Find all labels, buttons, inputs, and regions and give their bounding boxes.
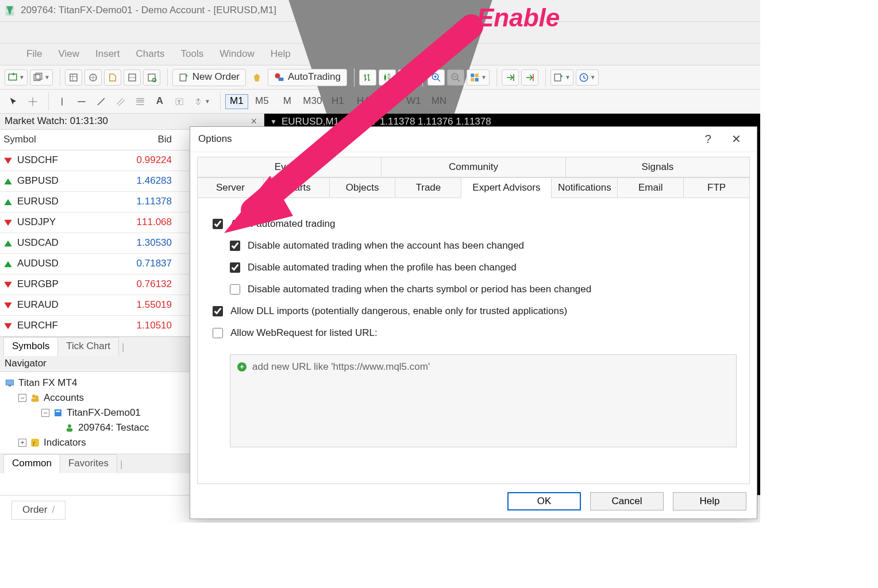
- periodicity-icon[interactable]: ▼: [576, 69, 599, 86]
- dialog-buttons: OK Cancel Help: [190, 484, 757, 519]
- vline-icon[interactable]: [53, 94, 71, 110]
- arrow-down-icon: [3, 322, 13, 331]
- opt-disable-symbol[interactable]: Disable automated trading when the chart…: [210, 278, 737, 300]
- expand-icon[interactable]: +: [18, 439, 26, 447]
- svg-rect-18: [475, 78, 479, 81]
- tab-events[interactable]: Events: [197, 157, 382, 177]
- line-chart-icon[interactable]: [398, 69, 415, 86]
- indicators-list-icon[interactable]: ▼: [550, 69, 573, 86]
- svg-rect-17: [471, 78, 474, 81]
- tf-mn[interactable]: MN: [428, 94, 450, 109]
- mw-col-symbol[interactable]: Symbol: [3, 133, 109, 146]
- add-url-icon[interactable]: +: [237, 362, 247, 372]
- new-order-label: New Order: [192, 71, 240, 83]
- zoom-out-icon[interactable]: [447, 69, 464, 86]
- cursor-icon[interactable]: [5, 94, 22, 110]
- tf-m30[interactable]: M30: [301, 94, 324, 109]
- dialog-close-icon[interactable]: ✕: [723, 131, 749, 146]
- tf-m[interactable]: M: [276, 94, 299, 109]
- strategytester-icon[interactable]: [143, 69, 160, 86]
- tile-windows-icon[interactable]: ▼: [467, 69, 490, 86]
- mw-bid: 1.46283: [109, 175, 178, 187]
- tab-expert-advisors[interactable]: Expert Advisors: [461, 177, 552, 198]
- zoom-in-icon[interactable]: [428, 69, 445, 86]
- opt-disable-profile-checkbox[interactable]: [230, 262, 240, 273]
- menu-tools[interactable]: Tools: [181, 48, 204, 60]
- nav-indicators-label: Indicators: [44, 436, 86, 449]
- new-order-button[interactable]: New Order: [172, 69, 246, 86]
- tf-m5[interactable]: M5: [251, 94, 274, 109]
- bar-chart-icon[interactable]: [359, 69, 376, 86]
- opt-disable-account-checkbox[interactable]: [230, 241, 240, 251]
- mw-col-bid[interactable]: Bid: [109, 133, 178, 146]
- tf-w1[interactable]: W1: [402, 94, 425, 109]
- tab-signals[interactable]: Signals: [565, 157, 750, 177]
- terminal-icon[interactable]: [124, 69, 141, 86]
- ok-button[interactable]: OK: [507, 492, 581, 510]
- tf-h1[interactable]: H1: [326, 94, 349, 109]
- mw-symbol: EURGBP: [17, 278, 59, 291]
- tf-h4[interactable]: H4: [352, 94, 375, 109]
- cancel-button[interactable]: Cancel: [590, 492, 664, 510]
- arrows-icon[interactable]: ▼: [190, 94, 213, 110]
- menu-help[interactable]: Help: [271, 48, 291, 60]
- tab-email[interactable]: Email: [617, 177, 684, 198]
- tab-notifications[interactable]: Notifications: [551, 177, 618, 198]
- opt-allow-web[interactable]: Allow WebRequest for listed URL:: [210, 322, 737, 344]
- trend-icon[interactable]: [93, 94, 110, 110]
- opt-disable-account[interactable]: Disable automated trading when the accou…: [210, 235, 737, 257]
- collapse-icon[interactable]: −: [18, 394, 26, 402]
- dialog-titlebar[interactable]: Options ? ✕: [190, 127, 757, 152]
- url-listbox[interactable]: + add new URL like 'https://www.mql5.com…: [230, 354, 737, 447]
- chart-menu-icon[interactable]: ▼: [270, 118, 277, 127]
- menu-insert[interactable]: Insert: [95, 48, 120, 60]
- menu-window[interactable]: Window: [220, 48, 254, 60]
- metaquotes-icon[interactable]: [248, 69, 265, 86]
- navigator-icon[interactable]: [104, 69, 121, 86]
- text-icon[interactable]: A: [151, 94, 168, 110]
- menu-view[interactable]: View: [58, 48, 79, 60]
- menu-charts[interactable]: Charts: [136, 48, 164, 60]
- auto-scroll-icon[interactable]: [521, 69, 538, 86]
- dialog-help-icon[interactable]: ?: [695, 131, 721, 146]
- mw-tab-symbols[interactable]: Symbols: [3, 337, 58, 356]
- svg-rect-19: [554, 74, 561, 81]
- tab-trade[interactable]: Trade: [395, 177, 461, 198]
- autotrading-button[interactable]: AutoTrading: [268, 69, 347, 86]
- menu-file[interactable]: File: [26, 48, 42, 60]
- opt-allow-dll-checkbox[interactable]: [213, 306, 223, 316]
- tab-charts[interactable]: Charts: [263, 177, 330, 198]
- mw-tab-tickchart[interactable]: Tick Chart: [57, 337, 119, 356]
- crosshair-icon[interactable]: [24, 94, 41, 110]
- fibo-icon[interactable]: [132, 94, 149, 110]
- candle-chart-icon[interactable]: [379, 69, 396, 86]
- tf-m1[interactable]: M1: [225, 94, 248, 109]
- collapse-icon[interactable]: −: [41, 409, 49, 417]
- tab-server[interactable]: Server: [197, 177, 264, 198]
- new-chart-icon[interactable]: ▼: [5, 69, 28, 86]
- profiles-icon[interactable]: ▼: [30, 69, 53, 86]
- channel-icon[interactable]: [112, 94, 129, 110]
- market-watch-icon[interactable]: [65, 69, 82, 86]
- opt-allow-auto[interactable]: Allow automated trading: [210, 213, 737, 235]
- tab-community[interactable]: Community: [381, 157, 565, 177]
- opt-allow-auto-checkbox[interactable]: [213, 219, 223, 229]
- hline-icon[interactable]: [73, 94, 90, 110]
- mw-bid: 1.55019: [109, 299, 178, 311]
- opt-allow-dll[interactable]: Allow DLL imports (potentially dangerous…: [210, 300, 737, 322]
- nav-tab-favorites[interactable]: Favorites: [60, 454, 117, 473]
- tf-d1[interactable]: D1: [377, 94, 400, 109]
- nav-tab-common[interactable]: Common: [3, 454, 60, 473]
- mw-symbol: AUDUSD: [17, 257, 59, 270]
- data-window-icon[interactable]: [84, 69, 102, 86]
- opt-allow-dll-label: Allow DLL imports (potentially dangerous…: [230, 305, 567, 318]
- opt-allow-web-checkbox[interactable]: [213, 328, 223, 338]
- opt-disable-profile[interactable]: Disable automated trading when the profi…: [210, 257, 737, 278]
- tab-ftp[interactable]: FTP: [683, 177, 750, 198]
- order-tab[interactable]: Order /: [11, 501, 66, 519]
- help-button[interactable]: Help: [673, 492, 746, 510]
- tab-objects[interactable]: Objects: [329, 177, 396, 198]
- opt-disable-symbol-checkbox[interactable]: [230, 284, 240, 295]
- shift-end-icon[interactable]: [502, 69, 519, 86]
- textlabel-icon[interactable]: T: [171, 94, 188, 110]
